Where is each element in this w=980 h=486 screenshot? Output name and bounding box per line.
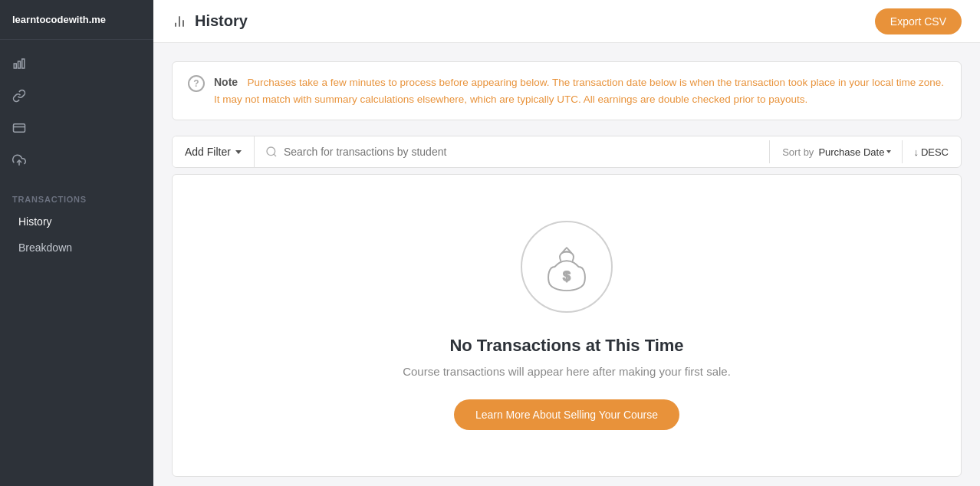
content-area: ? Note Purchases take a few minutes to p… bbox=[153, 43, 980, 486]
note-label: Note bbox=[214, 76, 238, 88]
note-box: ? Note Purchases take a few minutes to p… bbox=[172, 61, 962, 120]
sidebar-icon-barchart[interactable] bbox=[0, 48, 153, 80]
add-filter-chevron-icon bbox=[235, 150, 242, 154]
svg-rect-1 bbox=[18, 61, 21, 68]
note-text-part3: All earnings are double checked prior to… bbox=[581, 94, 808, 105]
add-filter-button[interactable]: Add Filter bbox=[173, 136, 255, 167]
sidebar-icon-group bbox=[0, 40, 153, 184]
empty-state: $ No Transactions at This Time Course tr… bbox=[172, 174, 962, 477]
sidebar-item-breakdown[interactable]: Breakdown bbox=[6, 235, 147, 260]
sort-arrow-icon: ↓ bbox=[913, 146, 919, 158]
sort-area: Sort by Purchase Date ↓ DESC bbox=[769, 140, 961, 163]
filter-bar: Add Filter Sort by Purchase Date ↓ DESC bbox=[172, 136, 962, 168]
note-text-part1: Purchases take a few minutes to process … bbox=[248, 77, 690, 88]
sort-value-button[interactable]: Purchase Date bbox=[818, 146, 891, 158]
search-input[interactable] bbox=[284, 146, 758, 158]
note-content: Note Purchases take a few minutes to pro… bbox=[214, 74, 945, 107]
page-title: History bbox=[195, 12, 248, 30]
sidebar-item-history[interactable]: History bbox=[6, 209, 147, 234]
export-csv-button[interactable]: Export CSV bbox=[875, 8, 962, 34]
sidebar-logo: learntocodewith.me bbox=[0, 0, 153, 40]
svg-line-10 bbox=[274, 154, 276, 156]
note-text-highlight2: which are typically UTC. bbox=[470, 94, 581, 105]
add-filter-label: Add Filter bbox=[185, 146, 231, 158]
sidebar-icon-dollar[interactable] bbox=[0, 112, 153, 144]
main-content: History Export CSV ? Note Purchases take… bbox=[153, 0, 980, 486]
note-icon: ? bbox=[188, 75, 205, 92]
sidebar-section-transactions: TRANSACTIONS bbox=[0, 184, 153, 209]
history-chart-icon bbox=[172, 14, 187, 29]
note-text-highlight1: when the transaction took place in your … bbox=[689, 77, 944, 88]
sort-value-text: Purchase Date bbox=[818, 146, 884, 158]
svg-rect-3 bbox=[14, 124, 25, 133]
note-text-part2: It may not match with summary calculatio… bbox=[214, 94, 470, 105]
empty-state-subtitle: Course transactions will appear here aft… bbox=[403, 365, 731, 378]
sort-direction-button[interactable]: ↓ DESC bbox=[913, 146, 949, 158]
sidebar-icon-upload[interactable] bbox=[0, 144, 153, 176]
topbar: History Export CSV bbox=[153, 0, 980, 43]
note-text: Purchases take a few minutes to process … bbox=[214, 77, 944, 105]
money-bag-icon: $ bbox=[540, 240, 594, 294]
svg-point-9 bbox=[267, 147, 275, 156]
svg-rect-2 bbox=[22, 59, 25, 68]
search-icon bbox=[265, 146, 278, 158]
learn-more-button[interactable]: Learn More About Selling Your Course bbox=[454, 399, 679, 430]
sort-direction-text: DESC bbox=[921, 146, 949, 158]
search-area bbox=[255, 146, 769, 158]
svg-text:$: $ bbox=[563, 269, 571, 284]
sort-label: Sort by bbox=[782, 146, 814, 158]
sidebar: learntocodewith.me TRANSACTIONS History … bbox=[0, 0, 153, 486]
sort-chevron-icon bbox=[886, 150, 891, 153]
sidebar-icon-link[interactable] bbox=[0, 80, 153, 112]
empty-state-title: No Transactions at This Time bbox=[449, 336, 683, 356]
sort-divider bbox=[902, 140, 903, 163]
topbar-left: History bbox=[172, 12, 248, 30]
svg-rect-0 bbox=[14, 64, 16, 68]
money-bag-circle: $ bbox=[521, 221, 613, 313]
